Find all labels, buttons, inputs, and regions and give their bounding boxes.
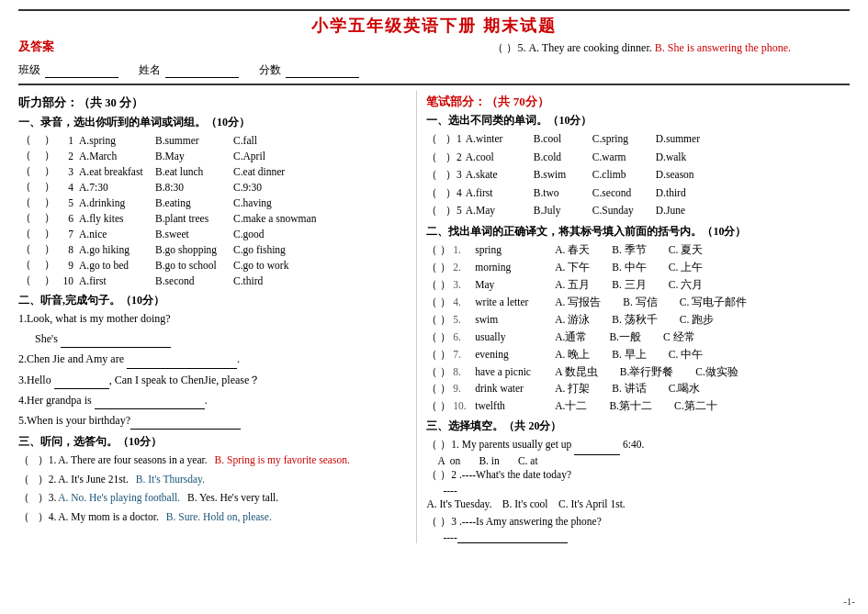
listen-row: （ ） 9 A.go to bed B.go to school C.go to…: [18, 257, 409, 273]
listen-row: （ ） 5 A.drinking B.eating C.having: [18, 195, 409, 210]
listen-sub1-title: 一、录音，选出你听到的单词或词组。（10分）: [18, 115, 409, 130]
listen-row: （ ） 7 A.nice B.sweet C.good: [18, 226, 409, 241]
match-row: （ ） 6. usually A.通常 B.一般 C 经常: [426, 329, 850, 346]
sentence-3: 3.Hello , Can I speak to ChenJie, please…: [18, 371, 409, 389]
listen-section-title: 听力部分：（共 30 分）: [18, 95, 409, 111]
fill-opts-2: A. It's Tuesday. B. It's cool C. It's Ap…: [426, 496, 850, 514]
match-row: （ ） 5. swim A. 游泳 B. 荡秋千 C. 跑步: [426, 311, 850, 329]
listen-row: （ ） 2 A.March B.May C.April: [18, 148, 409, 163]
listen-table: （ ） 1 A.spring B.summer C.fall （ ） 2 A.M…: [18, 132, 409, 288]
match-row: （ ） 9. drink water A. 打架 B. 讲话 C.喝水: [426, 380, 850, 397]
match-row: （ ） 4. write a letter A. 写报告 B. 写信 C. 写电…: [426, 294, 850, 311]
sentence-1b: She's: [35, 329, 409, 348]
word-choice-row: （ ）3 A.skate B.swim C.climb D.season: [426, 166, 850, 184]
fill-items: （ ）1. My parents usually get up 6:40.A o…: [426, 436, 850, 542]
fill-row-2: （ ）2 .----What's the date today?: [426, 466, 850, 485]
written-section-title: 笔试部分：（共 70分）: [426, 94, 850, 110]
word-items: （ ）1 A.winter B.cool C.spring D.summer （…: [426, 130, 850, 220]
sentence-5: 5.When is your birthday?: [18, 411, 409, 430]
sentence-4: 4.Her grandpa is .: [18, 391, 409, 409]
fill-opts-1: A on B. in C. at: [437, 455, 850, 466]
answer-b-label: B. She is answering the phone.: [655, 41, 791, 54]
sentence-2: 2.Chen Jie and Amy are .: [18, 350, 409, 368]
match-items: （ ） 1. spring A. 春天 B. 季节 C. 夏天 （ ） 2. m…: [426, 241, 850, 416]
listen-sub3-title: 三、听问，选答句。（10分）: [18, 434, 409, 450]
qa-item: （ ）1.A. There are four seasons in a year…: [18, 452, 409, 470]
top-border: [18, 9, 850, 11]
word-choice-row: （ ）5 A.May B.July C.Sunday D.June: [426, 202, 850, 220]
qa-item: （ ）2.A. It's June 21st.B. It's Thursday.: [18, 471, 409, 489]
class-field[interactable]: [45, 63, 118, 78]
qa-items: （ ）1.A. There are four seasons in a year…: [18, 452, 409, 526]
match-row: （ ） 10. twelfth A.十二 B.第十二 C.第二十: [426, 397, 850, 415]
subtitle: 及答案: [18, 39, 434, 55]
bottom-border: [18, 84, 850, 85]
match-row: （ ） 1. spring A. 春天 B. 季节 C. 夏天: [426, 241, 850, 259]
match-row: （ ） 2. morning A. 下午 B. 中午 C. 上午: [426, 259, 850, 276]
name-field[interactable]: [165, 63, 239, 78]
class-label: （ ）5. A. They are cooking dinner.: [492, 41, 651, 54]
info-line: 班级 姓名 分数: [18, 62, 850, 78]
match-row: （ ） 8. have a picnic A 数昆虫 B.举行野餐 C.做实验: [426, 363, 850, 381]
word-choice-row: （ ）1 A.winter B.cool C.spring D.summer: [426, 130, 850, 149]
listen-row: （ ） 6 A.fly kites B.plant trees C.make a…: [18, 210, 409, 226]
sentence-1: 1.Look, what is my mother doing?: [18, 310, 409, 328]
qa-item: （ ）4.A. My mom is a doctor.B. Sure. Hold…: [18, 508, 409, 527]
match-row: （ ） 3. May A. 五月 B. 三月 C. 六月: [426, 276, 850, 294]
written-sub2-title: 二、找出单词的正确译文，将其标号填入前面的括号内。（10分）: [426, 224, 850, 240]
main-content: 听力部分：（共 30 分） 一、录音，选出你听到的单词或词组。（10分） （ ）…: [18, 91, 850, 543]
page-number: -1-: [843, 596, 855, 607]
class-field-label: 班级: [18, 62, 40, 78]
score-field[interactable]: [286, 63, 359, 78]
listen-row: （ ） 1 A.spring B.summer C.fall: [18, 132, 409, 148]
fill-row-1: （ ）1. My parents usually get up 6:40.: [426, 436, 850, 455]
listen-sub2-title: 二、听音,完成句子。（10分）: [18, 293, 409, 308]
written-sub3-title: 三、选择填空。（共 20分）: [426, 419, 850, 434]
match-row: （ ） 7. evening A. 晚上 B. 早上 C. 中午: [426, 346, 850, 363]
left-column: 听力部分：（共 30 分） 一、录音，选出你听到的单词或词组。（10分） （ ）…: [18, 91, 417, 543]
written-sub1-title: 一、选出不同类的单词。（10分）: [426, 113, 850, 128]
score-field-label: 分数: [259, 62, 281, 78]
fill-dash-2: ----: [443, 485, 850, 496]
listen-row: （ ） 8 A.go hiking B.go shopping C.go fis…: [18, 241, 409, 257]
fill-dash-3: ----: [443, 531, 850, 543]
listen-row: （ ） 3 A.eat breakfast B.eat lunch C.eat …: [18, 163, 409, 179]
name-field-label: 姓名: [139, 62, 161, 78]
page-wrapper: 小学五年级英语下册 期末试题 及答案 （ ）5. A. They are coo…: [0, 0, 868, 614]
page-title: 小学五年级英语下册 期末试题: [18, 15, 850, 37]
word-choice-row: （ ）2 A.cool B.cold C.warm D.walk: [426, 149, 850, 167]
listen-row: （ ） 10 A.first B.second C.third: [18, 273, 409, 288]
fill-row-3: （ ）3 .----Is Amy answering the phone?: [426, 513, 850, 531]
qa-item: （ ）3.A. No. He's playing football.B. Yes…: [18, 489, 409, 508]
listen-row: （ ） 4 A.7:30 B.8:30 C.9:30: [18, 179, 409, 195]
right-column: 笔试部分：（共 70分） 一、选出不同类的单词。（10分） （ ）1 A.win…: [417, 91, 850, 543]
word-choice-row: （ ）4 A.first B.two C.second D.third: [426, 184, 850, 203]
